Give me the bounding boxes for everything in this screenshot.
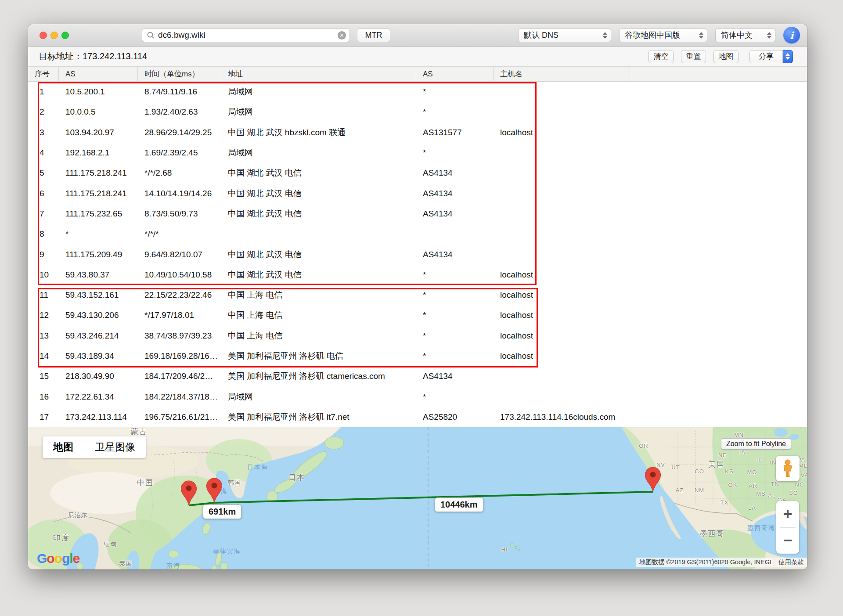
table-row[interactable]: 9111.175.209.499.64/9.82/10.07中国 湖北 武汉 电… (28, 244, 807, 264)
table-cell: * (416, 392, 494, 402)
table-cell: AS4134 (416, 371, 494, 381)
search-field[interactable]: ✕ (142, 28, 350, 42)
table-row[interactable]: 1159.43.152.16122.15/22.23/22.46中国 上海 电信… (28, 285, 807, 305)
column-header[interactable]: AS (59, 67, 138, 81)
target-bar: 目标地址：173.242.113.114 清空 重置 地图 分享 (28, 47, 807, 67)
mtr-button[interactable]: MTR (357, 29, 390, 42)
map-type-satellite-button[interactable]: 卫星图像 (84, 436, 146, 458)
table-cell: 2 (28, 107, 59, 117)
language-value: 简体中文 (721, 30, 763, 40)
table-cell: */17.97/18.01 (138, 310, 221, 320)
table-row[interactable]: 7111.175.232.658.73/9.50/9.73中国 湖北 武汉 电信… (28, 204, 807, 224)
map-provider-value: 谷歌地图中国版 (625, 30, 695, 40)
table-cell: 17 (28, 412, 59, 422)
route-map[interactable]: 蒙古中国印度日本美国墨西哥尼泊尔缅甸泰国韩国日本海海菲律宾海南海洋墨西哥湾MNI… (28, 427, 807, 569)
share-button[interactable]: 分享 (749, 50, 783, 63)
language-select[interactable]: 简体中文 (715, 29, 775, 42)
table-row[interactable]: 1059.43.80.3710.49/10.54/10.58中国 湖北 武汉 电… (28, 265, 807, 285)
table-cell: 184.17/209.46/2… (138, 371, 221, 381)
table-row[interactable]: 16172.22.61.34184.22/184.37/18…局域网* (28, 386, 807, 407)
column-header[interactable]: 时间（单位ms） (138, 67, 221, 81)
terms-of-use-link[interactable]: 使用条款 (775, 558, 807, 567)
column-header-empty (630, 67, 807, 81)
table-cell: 8.74/9.11/9.16 (138, 87, 221, 97)
minimize-window-button[interactable] (50, 32, 58, 39)
table-cell: 111.175.218.241 (59, 189, 138, 198)
traffic-lights (40, 32, 69, 39)
table-cell: 103.94.20.97 (59, 128, 138, 137)
table-cell: 111.175.218.241 (59, 168, 138, 178)
table-row[interactable]: 4192.168.2.11.69/2.39/2.45局域网* (28, 143, 807, 163)
table-cell: 9.64/9.82/10.07 (138, 250, 221, 259)
search-input[interactable] (158, 30, 338, 40)
table-cell: 局域网 (221, 106, 416, 118)
zoom-out-button[interactable]: − (776, 528, 799, 554)
table-row[interactable]: 1359.43.246.21438.74/38.97/39.23中国 上海 电信… (28, 326, 807, 346)
table-cell: 局域网 (221, 391, 416, 403)
table-cell: 8.73/9.50/9.73 (138, 209, 221, 219)
info-button[interactable]: i (783, 27, 800, 43)
table-row[interactable]: 15218.30.49.90184.17/209.46/2…美国 加利福尼亚州 … (28, 366, 807, 386)
map-type-map-button[interactable]: 地图 (43, 436, 84, 458)
table-cell: 中国 湖北 武汉 电信 (221, 269, 416, 281)
share-options-stepper[interactable] (783, 50, 793, 63)
table-cell: localhost (494, 310, 634, 320)
table-cell: 16 (28, 392, 59, 402)
table-cell: 10.5.200.1 (59, 87, 138, 97)
dns-select[interactable]: 默认 DNS (518, 29, 611, 42)
table-cell: * (416, 270, 494, 280)
table-row[interactable]: 3103.94.20.9728.96/29.14/29.25中国 湖北 武汉 h… (28, 122, 807, 143)
table-row[interactable]: 17173.242.113.114196.75/216.61/21…美国 加利福… (28, 407, 807, 427)
table-cell: 中国 上海 电信 (221, 330, 416, 342)
table-cell: 169.18/169.28/16… (138, 351, 221, 361)
zoom-in-button[interactable]: + (776, 501, 799, 527)
clear-button[interactable]: 清空 (648, 50, 674, 63)
info-icon: i (790, 29, 794, 41)
app-window: ✕ MTR 默认 DNS 谷歌地图中国版 简体中文 i 目标地址：173.242… (28, 24, 807, 569)
table-row[interactable]: 8**/*/* (28, 224, 807, 244)
map-zoom-control: + − (776, 501, 799, 554)
table-cell: AS4134 (416, 250, 494, 259)
table-cell: localhost (494, 331, 634, 341)
table-row[interactable]: 1259.43.130.206*/17.97/18.01中国 上海 电信*loc… (28, 305, 807, 325)
map-button[interactable]: 地图 (713, 50, 739, 63)
column-header[interactable]: 地址 (221, 67, 416, 81)
table-cell: 172.22.61.34 (59, 392, 138, 402)
table-cell: 12 (28, 310, 59, 320)
table-cell: 美国 加利福尼亚州 洛杉矶 it7.net (221, 411, 416, 423)
reset-button[interactable]: 重置 (681, 50, 706, 63)
table-cell: * (416, 290, 494, 300)
zoom-to-fit-polyline-button[interactable]: Zoom to fit Polyline (721, 438, 791, 450)
table-row[interactable]: 1459.43.189.34169.18/169.28/16…美国 加利福尼亚州… (28, 346, 807, 366)
search-icon (147, 31, 155, 39)
close-window-button[interactable] (40, 32, 47, 39)
table-cell: 15 (28, 371, 59, 381)
table-row[interactable]: 5111.175.218.241*/*/2.68中国 湖北 武汉 电信AS413… (28, 163, 807, 183)
table-cell: AS25820 (416, 412, 494, 422)
map-provider-select[interactable]: 谷歌地图中国版 (619, 29, 707, 42)
table-cell: 5 (28, 168, 59, 178)
zoom-window-button[interactable] (61, 32, 69, 39)
table-row[interactable]: 110.5.200.18.74/9.11/9.16局域网* (28, 82, 807, 102)
table-cell: 中国 上海 电信 (221, 289, 416, 301)
street-view-pegman-button[interactable] (776, 456, 800, 481)
google-logo: Google (37, 551, 79, 566)
table-cell: * (416, 148, 494, 158)
table-header: 序号AS时间（单位ms）地址AS主机名 (28, 67, 807, 82)
table-cell: 美国 加利福尼亚州 洛杉矶 电信 (221, 350, 416, 362)
clear-search-icon[interactable]: ✕ (338, 31, 346, 40)
table-cell: 中国 湖北 武汉 电信 (221, 208, 416, 220)
chevron-updown-icon (699, 32, 703, 39)
target-address-value: 173.242.113.114 (83, 51, 147, 61)
table-row[interactable]: 6111.175.218.24114.10/14.19/14.26中国 湖北 武… (28, 183, 807, 203)
column-header[interactable]: 序号 (28, 67, 59, 81)
table-cell: localhost (494, 270, 634, 280)
table-row[interactable]: 210.0.0.51.93/2.40/2.63局域网* (28, 102, 807, 122)
table-cell: 7 (28, 209, 59, 219)
table-cell: 3 (28, 128, 59, 137)
table-cell: 10.49/10.54/10.58 (138, 270, 221, 280)
column-header[interactable]: 主机名 (494, 67, 630, 81)
table-cell: 59.43.246.214 (59, 331, 138, 341)
table-cell: AS4134 (416, 168, 494, 178)
column-header[interactable]: AS (416, 67, 494, 81)
